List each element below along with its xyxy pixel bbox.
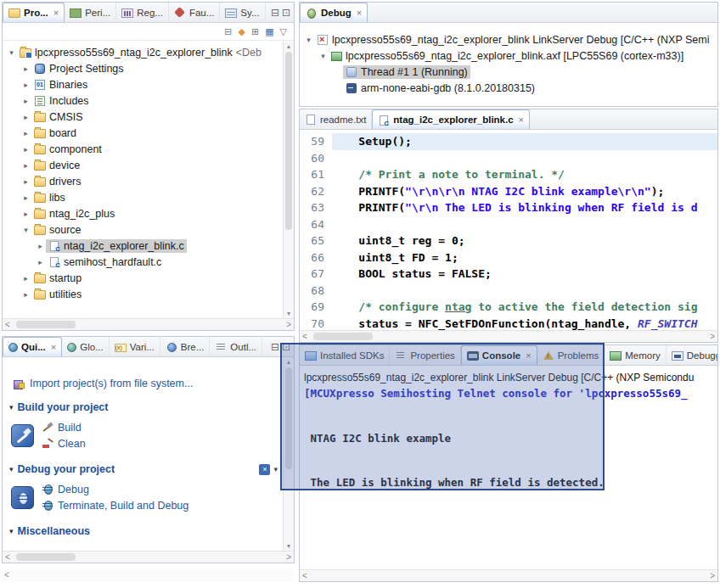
code-line[interactable]: 68: [300, 283, 717, 300]
debug-item-arm-none-eabi-gdb-8-1-0-20180315[interactable]: arm-none-eabi-gdb (8.1.0.20180315): [300, 80, 717, 96]
line-number[interactable]: 70: [300, 316, 332, 331]
line-number[interactable]: 69: [300, 299, 332, 316]
code-line[interactable]: 69 /* configure ntag to active the field…: [300, 299, 717, 316]
project-explorer-tab-peri[interactable]: Peri...: [65, 3, 116, 22]
project-tree-vertical-scrollbar[interactable]: ▴ ▾: [283, 42, 294, 318]
quickstart-link-clean[interactable]: Clean: [42, 435, 86, 451]
scroll-right-icon[interactable]: >: [710, 331, 715, 342]
code-line[interactable]: 59 Setup();: [300, 133, 717, 150]
close-icon[interactable]: ×: [53, 8, 59, 18]
line-number[interactable]: 60: [300, 150, 332, 167]
minimize-icon[interactable]: ⊟: [271, 7, 279, 19]
collapse-triangle-icon[interactable]: ▾: [9, 403, 14, 412]
code-line[interactable]: 70 status = NFC_SetFDOnFunction(ntag_han…: [300, 316, 717, 331]
stop-build-icon[interactable]: ×: [259, 464, 270, 475]
scroll-left-icon[interactable]: <: [302, 570, 307, 581]
twist-icon[interactable]: ▸: [20, 177, 31, 186]
scrollbar-thumb[interactable]: [16, 321, 76, 328]
collapse-triangle-icon[interactable]: ▾: [9, 465, 14, 473]
project-item-cmsis[interactable]: ▸CMSIS: [3, 109, 283, 125]
line-number[interactable]: 63: [300, 199, 332, 216]
close-icon[interactable]: ×: [357, 8, 362, 18]
project-item-startup[interactable]: ▸startup: [3, 270, 283, 286]
scrollbar-thumb[interactable]: [285, 52, 292, 230]
line-number[interactable]: 64: [300, 216, 332, 233]
scroll-up-icon[interactable]: ▴: [284, 42, 294, 50]
project-item-drivers[interactable]: ▸drivers: [3, 173, 283, 189]
maximize-icon[interactable]: ⊡: [282, 7, 290, 19]
project-item-libs[interactable]: ▸libs: [3, 189, 283, 205]
twist-icon[interactable]: ▾: [318, 52, 329, 60]
project-item-binaries[interactable]: ▸Binaries: [3, 76, 283, 92]
code-line[interactable]: 66 uint8_t FD = 1;: [300, 249, 717, 266]
twist-icon[interactable]: ▸: [20, 145, 31, 154]
scroll-right-icon[interactable]: >: [286, 319, 291, 330]
quickstart-tab-vari[interactable]: Vari...: [110, 337, 160, 356]
console-tab-installed-sdks[interactable]: Installed SDKs: [300, 345, 390, 365]
quickstart-tab-glo[interactable]: Glo...: [62, 337, 109, 356]
twist-icon[interactable]: ▸: [35, 242, 46, 250]
scroll-down-icon[interactable]: ▾: [284, 542, 294, 550]
line-number[interactable]: 61: [300, 166, 332, 183]
project-item-source[interactable]: ▾source: [3, 221, 283, 238]
link-with-editor-icon[interactable]: ◆: [238, 27, 245, 36]
twist-icon[interactable]: ▸: [20, 97, 31, 105]
debug-item-lpcxpresso55s69-ntag-i2c-explorer-blink-linkserver-debug-c-c-nxp-semi[interactable]: ▾lpcxpresso55s69_ntag_i2c_explorer_blink…: [300, 31, 717, 48]
code-line[interactable]: 63 PRINTF("\r\n The LED is blinking when…: [300, 199, 717, 216]
project-explorer-tab-sy[interactable]: Sy...: [220, 3, 265, 22]
scrollbar-thumb[interactable]: [313, 333, 373, 340]
quickstart-vertical-scrollbar[interactable]: ▴ ▾: [283, 357, 294, 551]
editor-tab-ntag-i2c-explorer-blink-c[interactable]: ntag_i2c_explorer_blink.c×: [372, 109, 530, 129]
console-tab-debugge[interactable]: Debugge: [667, 345, 717, 365]
console-tab-problems[interactable]: Problems: [537, 345, 605, 365]
debug-item-lpcxpresso55s69-ntag-i2c-explorer-blink-axf-lpc55s69-cortex-m33[interactable]: ▾lpcxpresso55s69_ntag_i2c_explorer_blink…: [300, 48, 717, 64]
project-item-ntag-i2c-explorer-blink-c[interactable]: ▸ntag_i2c_explorer_blink.c: [3, 238, 283, 254]
scroll-left-icon[interactable]: <: [5, 319, 10, 330]
line-number[interactable]: 59: [300, 133, 332, 150]
debug-view-tab-debug[interactable]: Debug×: [300, 3, 368, 22]
line-number[interactable]: 67: [300, 266, 332, 283]
twist-icon[interactable]: ▾: [303, 36, 314, 44]
code-line[interactable]: 61 /* Print a note to terminal. */: [300, 166, 717, 183]
line-number[interactable]: 62: [300, 183, 332, 200]
twist-icon[interactable]: ▸: [20, 210, 31, 218]
filters-icon[interactable]: ▦: [265, 27, 273, 36]
quickstart-link-debug[interactable]: Debug: [42, 481, 188, 497]
quickstart-link-build[interactable]: Build: [42, 419, 86, 435]
line-number[interactable]: 65: [300, 232, 332, 249]
import-projects-link[interactable]: Import project(s) from file system...: [13, 378, 283, 389]
scroll-up-icon[interactable]: ▴: [284, 358, 294, 366]
project-item-board[interactable]: ▸board: [3, 125, 283, 141]
project-explorer-tab-pro[interactable]: Pro...×: [3, 3, 65, 22]
twist-icon[interactable]: ▸: [35, 258, 46, 266]
close-icon[interactable]: ×: [51, 342, 56, 352]
project-tree-horizontal-scrollbar[interactable]: < >: [3, 318, 294, 330]
twist-icon[interactable]: ▸: [20, 64, 31, 73]
bottom-left-horizontal-scrollbar[interactable]: <: [2, 569, 295, 582]
project-item-ntag-i2c-plus[interactable]: ▸ntag_i2c_plus: [3, 205, 283, 221]
quickstart-section-miscellaneous[interactable]: ▾Miscellaneous: [9, 525, 278, 537]
project-explorer-tab-fau[interactable]: Fau...: [169, 3, 220, 22]
code-editor[interactable]: 59 Setup();6061 /* Print a note to termi…: [300, 130, 717, 330]
quickstart-tab-bre[interactable]: Bre...: [160, 337, 210, 356]
quickstart-tab-qui[interactable]: Qui...×: [3, 337, 62, 356]
code-line[interactable]: 67 BOOL status = FALSE;: [300, 266, 717, 283]
quickstart-section-build-your-project[interactable]: ▾Build your project: [9, 401, 278, 413]
project-item-lpcxpresso55s69-ntag-i2c-explorer-blink[interactable]: ▾lpcxpresso55s69_ntag_i2c_explorer_blink…: [3, 44, 283, 60]
code-line[interactable]: 62 PRINTF("\r\n\r\n NTAG I2C blink examp…: [300, 183, 717, 200]
twist-icon[interactable]: ▾: [20, 226, 31, 234]
quickstart-horizontal-scrollbar[interactable]: < >: [3, 551, 294, 563]
console-tab-memory[interactable]: Memory: [605, 345, 667, 365]
console-tab-properties[interactable]: Properties: [390, 345, 460, 365]
view-menu-icon[interactable]: ▽: [280, 27, 287, 36]
project-item-device[interactable]: ▸device: [3, 157, 283, 173]
maximize-icon[interactable]: ⊡: [282, 341, 290, 353]
line-number[interactable]: 68: [300, 283, 332, 300]
code-line[interactable]: 64: [300, 216, 717, 233]
code-line[interactable]: 60: [300, 150, 717, 167]
line-number[interactable]: 66: [300, 249, 332, 266]
scroll-left-icon[interactable]: <: [302, 331, 307, 342]
debug-item-thread-1-1-running[interactable]: Thread #1 1 (Running): [300, 64, 717, 80]
project-item-includes[interactable]: ▸Includes: [3, 92, 283, 109]
editor-tab-readme-txt[interactable]: readme.txt: [300, 109, 372, 129]
